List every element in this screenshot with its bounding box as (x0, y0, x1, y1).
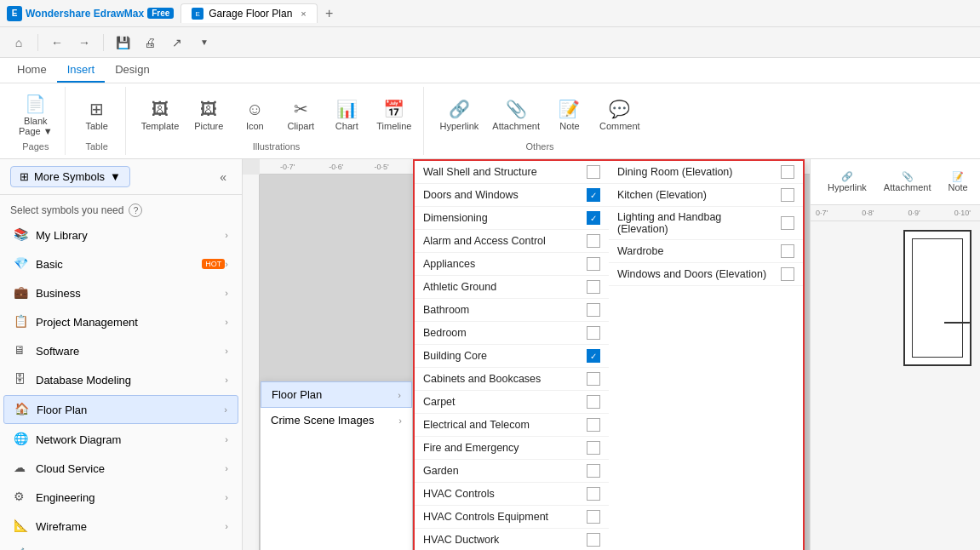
checklist-checkbox[interactable] (587, 234, 600, 248)
checklist-checkbox[interactable] (587, 441, 600, 455)
comment-label: Comment (599, 121, 640, 131)
checklist-checkbox[interactable] (587, 510, 600, 524)
checklist-checkbox[interactable]: ✓ (587, 349, 600, 363)
ribbon-item-clipart[interactable]: ✂ Clipart (279, 95, 322, 135)
new-tab-button[interactable]: + (319, 3, 340, 24)
checklist-item: Dimensioning ✓ (415, 207, 609, 230)
business-label: Business (36, 287, 225, 300)
cloud-arrow: › (225, 463, 228, 473)
sidebar-item-my-library[interactable]: 📚 My Library › (3, 221, 238, 249)
tab-insert[interactable]: Insert (57, 58, 106, 83)
redo-button[interactable]: → (72, 31, 96, 54)
ribbon-item-timeline[interactable]: 📅 Timeline (371, 95, 416, 135)
ribbon-group-pages: 📄 Blank Page ▼ Pages (7, 87, 66, 155)
right-panel-attachment[interactable]: 📎 Attachment (877, 166, 938, 198)
sidebar-item-database[interactable]: 🗄 Database Modeling › (3, 366, 238, 393)
ribbon-item-comment[interactable]: 💬 Comment (594, 95, 645, 135)
checklist-label: Building Core (423, 350, 580, 362)
checklist-checkbox[interactable]: ✓ (587, 211, 600, 225)
sidebar: ⊞ More Symbols ▼ « Select symbols you ne… (0, 159, 243, 550)
business-arrow: › (225, 288, 228, 298)
sidebar-item-cloud[interactable]: ☁ Cloud Service › (3, 455, 238, 482)
title-bar: E Wondershare EdrawMax Free E Garage Flo… (0, 0, 980, 27)
ribbon-group-illustrations: 🖼 Template 🖼 Picture ☺ Icon ✂ Clipart 📊 (129, 87, 425, 155)
sidebar-collapse-button[interactable]: « (215, 169, 232, 186)
checklist-checkbox[interactable] (587, 326, 600, 340)
checklist-checkbox[interactable] (781, 165, 794, 179)
business-icon: 💼 (14, 285, 29, 301)
right-panel-hyperlink[interactable]: 🔗 Hyperlink (821, 166, 874, 198)
ribbon-item-picture[interactable]: 🖼 Picture (187, 96, 230, 135)
checklist-label: Alarm and Access Control (423, 235, 580, 247)
right-panel-items: 🔗 Hyperlink 📎 Attachment 📝 Note 💬 Commen… (817, 163, 980, 201)
checklist-checkbox[interactable] (587, 533, 600, 547)
ribbon-item-blank-page[interactable]: 📄 Blank Page ▼ (14, 90, 58, 140)
checklist-checkbox[interactable] (587, 372, 600, 386)
ribbon-group-others-items: 🔗 Hyperlink 📎 Attachment 📝 Note 💬 Commen… (434, 90, 645, 140)
database-label: Database Modeling (36, 374, 225, 387)
note-icon: 📝 (559, 99, 580, 119)
close-tab-icon[interactable]: × (301, 9, 306, 19)
right-panel-attachment-label: Attachment (884, 182, 931, 192)
submenu-crime-scene[interactable]: Crime Scene Images › (261, 408, 412, 433)
checklist-checkbox[interactable] (587, 165, 600, 179)
checklist-checkbox[interactable] (587, 303, 600, 317)
checklist-checkbox[interactable] (587, 257, 600, 271)
help-icon[interactable]: ? (129, 203, 142, 217)
sidebar-item-science[interactable]: 🔬 Science › (3, 541, 238, 550)
checklist-checkbox[interactable] (587, 418, 600, 432)
ribbon-item-template[interactable]: 🖼 Template (136, 96, 185, 135)
checklist-item: Dining Room (Elevation) (609, 161, 803, 184)
sidebar-item-wireframe[interactable]: 📐 Wireframe › (3, 513, 238, 540)
checklist-checkbox[interactable] (587, 395, 600, 409)
checklist-label: Wardrobe (617, 245, 774, 257)
dropdown-button[interactable]: ▼ (192, 31, 216, 54)
checklist-checkbox[interactable] (781, 267, 794, 281)
clipart-icon: ✂ (294, 99, 308, 119)
checklist-label: Wall Shell and Structure (423, 166, 580, 178)
sidebar-item-business[interactable]: 💼 Business › (3, 279, 238, 307)
save-button[interactable]: 💾 (111, 31, 135, 54)
main-area: ⊞ More Symbols ▼ « Select symbols you ne… (0, 159, 980, 550)
checklist-checkbox[interactable] (587, 280, 600, 294)
right-ruler: 0·7' 0·8' 0·9' 0·10' (811, 205, 980, 221)
checklist-checkbox[interactable]: ✓ (587, 188, 600, 202)
undo-button[interactable]: ← (45, 31, 69, 54)
r-tick-4: 0·10' (954, 209, 971, 217)
tab-home[interactable]: Home (7, 58, 57, 83)
active-tab[interactable]: E Garage Floor Plan × (181, 3, 318, 23)
right-panel-note[interactable]: 📝 Note (942, 166, 975, 198)
ribbon-item-attachment[interactable]: 📎 Attachment (487, 95, 545, 135)
blank-page-icon: 📄 (25, 94, 46, 114)
checklist-checkbox[interactable] (781, 244, 794, 258)
export-button[interactable]: ↗ (165, 31, 189, 54)
tab-design[interactable]: Design (105, 58, 159, 83)
ribbon-item-chart[interactable]: 📊 Chart (325, 95, 368, 135)
ribbon-item-hyperlink[interactable]: 🔗 Hyperlink (434, 95, 484, 135)
home-button[interactable]: ⌂ (7, 31, 31, 54)
submenu-floor-plan[interactable]: Floor Plan › (261, 381, 412, 408)
checklist-checkbox[interactable] (587, 487, 600, 501)
pages-group-label: Pages (22, 141, 49, 152)
sidebar-item-software[interactable]: 🖥 Software › (3, 337, 238, 364)
sidebar-item-project-management[interactable]: 📋 Project Management › (3, 308, 238, 335)
checklist-checkbox[interactable] (781, 216, 794, 230)
sidebar-item-basic[interactable]: 💎 Basic HOT › (3, 250, 238, 278)
sidebar-item-engineering[interactable]: ⚙ Engineering › (3, 484, 238, 511)
checklist-label: Garden (423, 465, 580, 477)
my-library-label: My Library (36, 229, 225, 242)
checklist-item: Kitchen (Elevation) (609, 184, 803, 207)
free-badge: Free (147, 8, 174, 19)
floor-plan-arrow: › (224, 404, 227, 415)
checklist-item: HVAC Controls (415, 483, 609, 506)
checklist-checkbox[interactable] (587, 464, 600, 478)
ribbon-item-table[interactable]: ⊞ Table (76, 95, 118, 135)
checklist-checkbox[interactable] (781, 188, 794, 202)
print-button[interactable]: 🖨 (138, 31, 162, 54)
sidebar-item-floor-plan[interactable]: 🏠 Floor Plan › (3, 395, 238, 424)
sidebar-item-network[interactable]: 🌐 Network Diagram › (3, 426, 238, 453)
ribbon-item-note[interactable]: 📝 Note (548, 95, 591, 135)
ribbon-item-icon[interactable]: ☺ Icon (233, 96, 276, 135)
more-symbols-button[interactable]: ⊞ More Symbols ▼ (10, 166, 130, 187)
database-icon: 🗄 (14, 372, 29, 387)
